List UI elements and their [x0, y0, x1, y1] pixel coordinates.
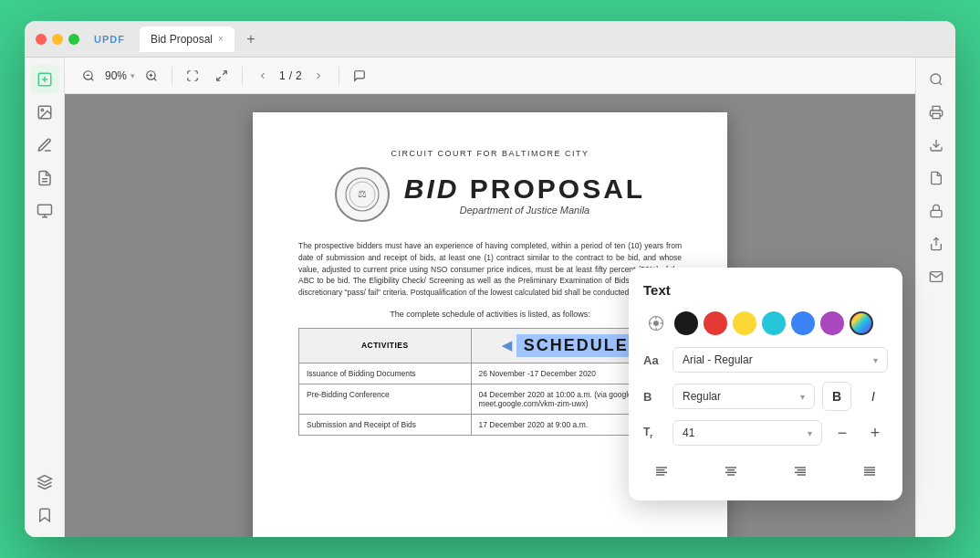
weight-chevron-icon: ▾ — [800, 392, 805, 402]
tab-close-icon[interactable]: × — [218, 34, 224, 44]
svg-rect-27 — [931, 210, 942, 216]
svg-line-24 — [939, 82, 942, 85]
size-decrease-button[interactable]: − — [829, 420, 855, 446]
svg-rect-25 — [933, 113, 940, 118]
page-separator: / — [289, 69, 292, 82]
align-left-button[interactable] — [643, 457, 680, 486]
schedule-header-highlight: SCHEDULE — [516, 334, 636, 357]
align-right-button[interactable] — [782, 457, 818, 486]
right-sidebar — [915, 58, 955, 537]
sidebar-item-layers[interactable] — [30, 468, 59, 497]
app-window: UPDF Bid Proposal × + — [25, 21, 955, 537]
sidebar-item-bookmark[interactable] — [30, 500, 59, 530]
zoom-value: 90% — [105, 69, 127, 82]
align-justify-button[interactable] — [851, 457, 888, 486]
pdf-paragraph: The prospective bidders must have an exp… — [298, 240, 682, 299]
align-center-button[interactable] — [713, 457, 749, 486]
print-button[interactable] — [922, 98, 951, 127]
bid-title-part1: BID — [404, 174, 460, 204]
size-select[interactable]: 41 ▾ — [672, 420, 822, 446]
svg-point-4 — [41, 109, 43, 111]
color-row — [643, 311, 888, 336]
left-sidebar — [25, 58, 65, 537]
prev-page-button[interactable] — [250, 63, 276, 89]
court-seal: ⚖ — [335, 167, 390, 222]
window-controls — [36, 34, 79, 45]
sidebar-item-edit[interactable] — [30, 65, 59, 94]
sidebar-item-organize[interactable] — [30, 196, 59, 226]
pdf-header: CIRCUIT COURT FOR BALTIMORE CITY ⚖ — [298, 149, 682, 222]
page-control: 1 / 2 — [279, 69, 302, 82]
activity-1: Issuance of Bidding Documents — [299, 363, 472, 384]
size-increase-button[interactable]: + — [862, 420, 888, 446]
color-black[interactable] — [674, 311, 698, 335]
zoom-control[interactable]: 90% ▾ — [105, 69, 135, 82]
font-value: Arial - Regular — [683, 353, 753, 366]
court-name: CIRCUIT COURT FOR BALTIMORE CITY — [298, 149, 682, 158]
sidebar-item-annotate[interactable] — [30, 131, 59, 160]
align-row — [643, 457, 888, 486]
svg-point-23 — [931, 74, 941, 84]
color-purple[interactable] — [820, 311, 844, 335]
svg-line-18 — [223, 70, 226, 74]
font-label: Aa — [643, 353, 665, 367]
svg-text:⚖: ⚖ — [358, 188, 367, 199]
fit-width-button[interactable] — [209, 63, 235, 89]
title-bar: UPDF Bid Proposal × + — [25, 21, 955, 58]
font-select[interactable]: Arial - Regular ▾ — [672, 347, 888, 373]
download-button[interactable] — [922, 131, 951, 160]
color-blue[interactable] — [791, 311, 815, 335]
toolbar: 90% ▾ 1 / — [65, 58, 915, 94]
sidebar-item-image[interactable] — [30, 98, 59, 127]
text-panel-title: Text — [643, 282, 888, 298]
mail-button[interactable] — [922, 262, 951, 291]
color-red[interactable] — [704, 311, 727, 335]
pdf-body: The prospective bidders must have an exp… — [298, 240, 682, 436]
zoom-out-button[interactable] — [76, 63, 101, 89]
schedule-table: ACTIVITIES SCHEDULE Issuance of Bidding … — [298, 328, 682, 436]
sidebar-item-form[interactable] — [30, 163, 59, 193]
font-chevron-icon: ▾ — [873, 355, 878, 365]
search-button[interactable] — [922, 65, 951, 94]
size-value: 41 — [683, 426, 694, 439]
table-row: Pre-Bidding Conference 04 December 2020 … — [299, 384, 682, 414]
document-tab[interactable]: Bid Proposal × — [140, 26, 235, 52]
color-picker-icon[interactable] — [643, 311, 669, 336]
bid-subtitle: Department of Justice Manila — [404, 205, 645, 216]
size-chevron-icon: ▾ — [808, 428, 812, 438]
table-row: Submission and Receipt of Bids 17 Decemb… — [299, 414, 682, 435]
table-header-activities: ACTIVITIES — [299, 328, 472, 363]
page-total: 2 — [296, 69, 302, 82]
size-label: Tr — [643, 426, 665, 440]
new-tab-button[interactable]: + — [242, 30, 260, 48]
app-logo: UPDF — [94, 34, 125, 45]
weight-select[interactable]: Regular ▾ — [672, 384, 815, 409]
next-page-button[interactable] — [306, 63, 331, 89]
font-row: Aa Arial - Regular ▾ — [643, 347, 888, 373]
svg-line-12 — [91, 78, 94, 80]
svg-rect-7 — [37, 205, 51, 215]
color-yellow[interactable] — [733, 311, 756, 335]
table-row: Issuance of Bidding Documents 26 Novembe… — [299, 363, 682, 384]
fit-page-button[interactable] — [180, 63, 205, 89]
text-panel: Text Aa Arial - Regular ▾ B — [629, 268, 902, 500]
svg-point-30 — [653, 321, 659, 326]
comment-button[interactable] — [347, 63, 372, 89]
maximize-button[interactable] — [68, 34, 79, 45]
weight-label: B — [643, 390, 665, 404]
export-button[interactable] — [922, 163, 951, 193]
italic-button[interactable]: I — [859, 382, 888, 411]
separator-3 — [339, 67, 339, 85]
color-custom[interactable] — [850, 311, 873, 335]
color-teal[interactable] — [762, 311, 786, 335]
share-button[interactable] — [922, 229, 951, 258]
bold-button[interactable]: B — [822, 382, 851, 411]
minimize-button[interactable] — [52, 34, 63, 45]
size-row: Tr 41 ▾ − + — [643, 420, 888, 446]
bid-title-block: BID PROPOSAL Department of Justice Manil… — [404, 174, 645, 216]
page-current: 1 — [279, 69, 286, 82]
close-button[interactable] — [36, 34, 47, 45]
lock-button[interactable] — [922, 196, 951, 226]
zoom-in-button[interactable] — [139, 63, 164, 89]
svg-marker-10 — [37, 476, 51, 483]
